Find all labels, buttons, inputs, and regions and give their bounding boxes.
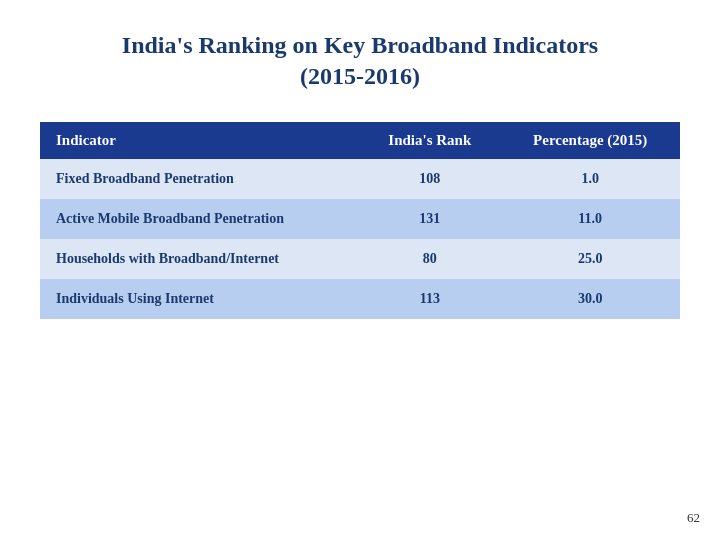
- cell-percentage: 30.0: [500, 279, 680, 319]
- col-header-percentage: Percentage (2015): [500, 122, 680, 159]
- cell-indicator: Active Mobile Broadband Penetration: [40, 199, 359, 239]
- table-row: Households with Broadband/Internet8025.0: [40, 239, 680, 279]
- table-row: Individuals Using Internet11330.0: [40, 279, 680, 319]
- col-header-indicator: Indicator: [40, 122, 359, 159]
- cell-rank: 108: [359, 159, 500, 199]
- cell-indicator: Fixed Broadband Penetration: [40, 159, 359, 199]
- table-row: Fixed Broadband Penetration1081.0: [40, 159, 680, 199]
- cell-percentage: 11.0: [500, 199, 680, 239]
- cell-rank: 131: [359, 199, 500, 239]
- table-wrapper: Indicator India's Rank Percentage (2015)…: [40, 122, 680, 319]
- col-header-rank: India's Rank: [359, 122, 500, 159]
- title-line2: (2015-2016): [300, 63, 420, 89]
- page-number: 62: [687, 510, 700, 526]
- cell-indicator: Households with Broadband/Internet: [40, 239, 359, 279]
- page-container: India's Ranking on Key Broadband Indicat…: [0, 0, 720, 540]
- cell-rank: 80: [359, 239, 500, 279]
- cell-rank: 113: [359, 279, 500, 319]
- title-line1: India's Ranking on Key Broadband Indicat…: [122, 32, 598, 58]
- cell-percentage: 25.0: [500, 239, 680, 279]
- cell-percentage: 1.0: [500, 159, 680, 199]
- cell-indicator: Individuals Using Internet: [40, 279, 359, 319]
- table-row: Active Mobile Broadband Penetration13111…: [40, 199, 680, 239]
- table-header-row: Indicator India's Rank Percentage (2015): [40, 122, 680, 159]
- data-table: Indicator India's Rank Percentage (2015)…: [40, 122, 680, 319]
- page-title: India's Ranking on Key Broadband Indicat…: [122, 30, 598, 92]
